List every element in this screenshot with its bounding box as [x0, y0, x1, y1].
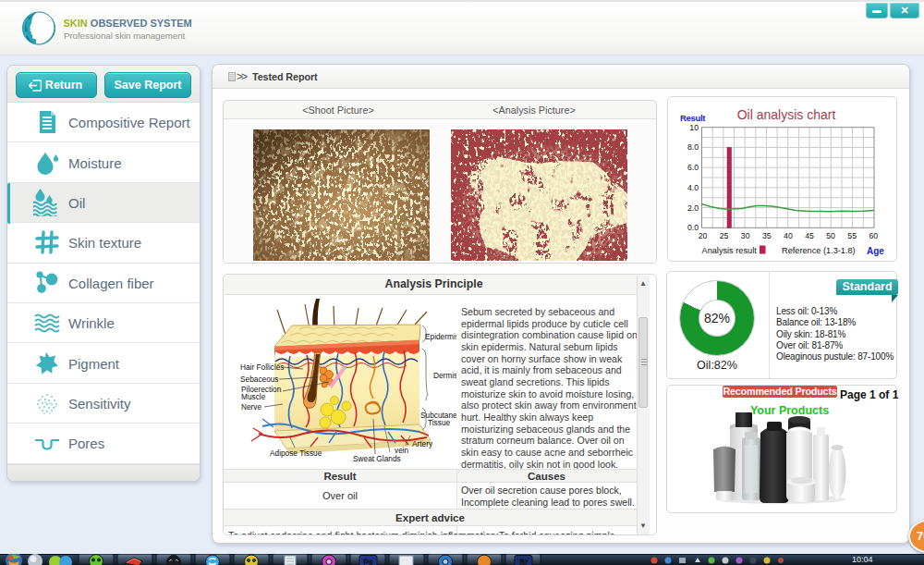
svg-text:Result: Result: [680, 113, 706, 123]
svg-text:Epidermis: Epidermis: [425, 332, 456, 341]
svg-text:Br: Br: [519, 558, 528, 565]
svg-text:40: 40: [784, 231, 793, 240]
svg-text:Sebaceous: Sebaceous: [240, 375, 279, 384]
svg-text:35: 35: [762, 231, 772, 240]
svg-text:Tissue: Tissue: [428, 418, 451, 427]
svg-text:30: 30: [741, 231, 750, 240]
svg-text:8.0: 8.0: [687, 142, 699, 152]
svg-text:2.0: 2.0: [687, 203, 699, 213]
svg-text:Hair Follicles: Hair Follicles: [240, 362, 284, 372]
svg-text:Oil analysis chart: Oil analysis chart: [737, 107, 836, 122]
svg-text:6.0: 6.0: [687, 163, 699, 172]
svg-text:25: 25: [720, 231, 729, 240]
svg-text:Ps: Ps: [363, 558, 373, 565]
svg-text:60: 60: [869, 231, 878, 240]
svg-text:Adipose Tissue: Adipose Tissue: [270, 448, 322, 458]
svg-text:Sweat Glands: Sweat Glands: [353, 454, 401, 463]
svg-text:50: 50: [826, 231, 835, 240]
svg-text:Reference (1.3-1.8): Reference (1.3-1.8): [782, 246, 856, 255]
svg-text:10: 10: [689, 123, 699, 132]
svg-text:Muscle: Muscle: [241, 392, 266, 401]
svg-text:55: 55: [847, 231, 857, 240]
svg-text:4.0: 4.0: [687, 183, 699, 192]
svg-text:vein: vein: [395, 446, 409, 455]
svg-text:Dermis: Dermis: [433, 371, 456, 380]
svg-text:Analysis result: Analysis result: [702, 246, 758, 255]
svg-text:Age: Age: [867, 246, 884, 256]
svg-text:45: 45: [805, 231, 814, 240]
svg-text:Nerve: Nerve: [241, 402, 262, 411]
svg-text:Artery: Artery: [412, 439, 433, 448]
svg-text:20: 20: [699, 231, 708, 240]
svg-text:0.0: 0.0: [687, 223, 699, 232]
